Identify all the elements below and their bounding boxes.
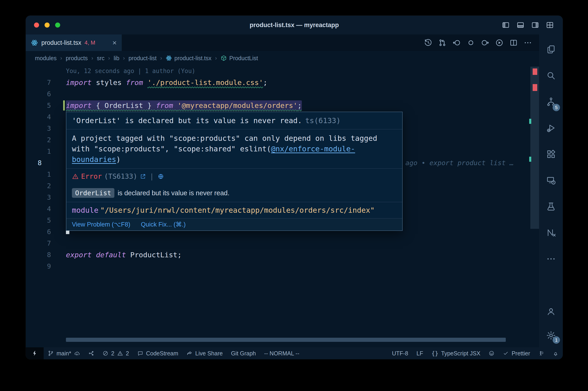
- status-vim-mode[interactable]: -- NORMAL --: [260, 347, 303, 359]
- status-copilot[interactable]: [484, 347, 499, 359]
- code-text[interactable]: import { OrderList } from '@myreactapp/m…: [60, 101, 302, 109]
- minimize-window-button[interactable]: [45, 22, 50, 28]
- activity-remote-explorer[interactable]: [539, 167, 563, 194]
- token: styles: [92, 78, 126, 87]
- breadcrumb: modules›products›src›lib›product-list›pr…: [26, 51, 539, 65]
- view-problem-link[interactable]: View Problem (⌥F8): [72, 221, 130, 228]
- activity-settings[interactable]: 1: [539, 323, 563, 347]
- line-number[interactable]: 6: [26, 228, 60, 236]
- breadcrumb-product-list[interactable]: product-list: [128, 55, 157, 62]
- horizontal-scrollbar[interactable]: [66, 338, 506, 342]
- status-eol[interactable]: LF: [412, 347, 427, 359]
- status-git-graph[interactable]: Git Graph: [227, 347, 260, 359]
- status-notifications[interactable]: [549, 347, 563, 359]
- status-remote-indicator[interactable]: [26, 347, 44, 359]
- symbol-chip: OrderList: [72, 188, 114, 198]
- line-number[interactable]: 8: [26, 251, 60, 259]
- line-number[interactable]: 4: [26, 205, 60, 213]
- activity-search[interactable]: [539, 63, 563, 89]
- vscode-window: product-list.tsx — myreactapp product-li…: [26, 16, 563, 359]
- activity-run-and-debug[interactable]: [539, 115, 563, 141]
- line-number[interactable]: 1: [26, 171, 60, 178]
- breadcrumb-productlist[interactable]: ProductList: [221, 55, 258, 62]
- breadcrumb-products[interactable]: products: [66, 55, 88, 62]
- status-live-share[interactable]: Live Share: [182, 347, 227, 359]
- line-number[interactable]: 2: [26, 136, 60, 144]
- line-number[interactable]: 1: [26, 147, 60, 155]
- line-number[interactable]: 5: [26, 101, 60, 109]
- code-text[interactable]: You, 12 seconds ago | 1 author (You): [60, 68, 195, 74]
- status-bar-left: main*22CodeStreamLive ShareGit Graph-- N…: [26, 347, 303, 359]
- breadcrumb-modules[interactable]: modules: [35, 55, 57, 62]
- token: './product-list.module.css': [148, 78, 263, 87]
- breadcrumb-product-list-tsx[interactable]: product-list.tsx: [166, 55, 211, 62]
- status-codestream[interactable]: CodeStream: [133, 347, 182, 359]
- timeline-icon[interactable]: [424, 38, 432, 47]
- toggle-primary-sidebar-icon[interactable]: [502, 21, 510, 29]
- activity-testing[interactable]: [539, 194, 563, 220]
- more-actions-icon[interactable]: [523, 38, 532, 47]
- split-editor-icon[interactable]: [509, 38, 518, 47]
- zoom-window-button[interactable]: [55, 22, 60, 28]
- check-icon: [503, 350, 509, 356]
- breadcrumb-lib[interactable]: lib: [114, 55, 119, 62]
- diagnostic-row: 'OrderList' is declared but its value is…: [66, 112, 402, 129]
- react-icon: [166, 55, 172, 61]
- navigate-back-icon[interactable]: [452, 38, 461, 47]
- token: default: [96, 251, 126, 259]
- bell-icon: [553, 350, 559, 356]
- tab-badge: 4, M: [84, 39, 95, 46]
- editor-actions: [424, 34, 539, 51]
- status-accessibility[interactable]: [534, 347, 549, 359]
- close-tab-icon[interactable]: ×: [112, 39, 117, 46]
- line-number[interactable]: 6: [26, 90, 60, 98]
- line-number[interactable]: 5: [26, 216, 60, 224]
- hover-resize-grip[interactable]: [66, 231, 69, 234]
- navigate-circle-icon[interactable]: [467, 38, 475, 47]
- line-number[interactable]: 3: [26, 124, 60, 132]
- code-editor[interactable]: You, 12 seconds ago | 1 author (You)7imp…: [26, 65, 539, 347]
- current-line-number[interactable]: 8: [26, 159, 60, 167]
- open-external-icon[interactable]: [140, 173, 146, 180]
- error-detail-row: OrderList is declared but its value is n…: [66, 184, 402, 202]
- line-number[interactable]: 2: [26, 182, 60, 190]
- activity-explorer[interactable]: [539, 36, 563, 63]
- run-file-icon[interactable]: [495, 38, 504, 47]
- code-line: 6: [26, 88, 539, 100]
- breadcrumb-src[interactable]: src: [97, 55, 104, 62]
- inline-blame: ago • export product list …: [405, 157, 513, 169]
- status-git-branch[interactable]: main*: [44, 347, 84, 359]
- line-number[interactable]: 9: [26, 262, 60, 270]
- navigate-forward-icon[interactable]: [481, 38, 490, 47]
- status-encoding[interactable]: UTF-8: [388, 347, 412, 359]
- breadcrumb-label: product-list.tsx: [174, 55, 211, 62]
- globe-icon[interactable]: [158, 173, 164, 180]
- activity-additional-views[interactable]: [539, 246, 563, 272]
- quick-fix-link[interactable]: Quick Fix... (⌘.): [141, 221, 186, 228]
- customize-layout-icon[interactable]: [546, 21, 554, 29]
- activity-accounts[interactable]: [539, 299, 563, 323]
- error-label: Error: [81, 172, 102, 180]
- line-number[interactable]: 7: [26, 79, 60, 86]
- status-commit-graph[interactable]: [84, 347, 98, 359]
- line-number[interactable]: 4: [26, 113, 60, 121]
- code-text[interactable]: export default ProductList;: [60, 251, 182, 259]
- git-actions-icon[interactable]: [438, 38, 447, 47]
- chip-message: is declared but its value is never read.: [118, 189, 230, 197]
- status-problems[interactable]: 22: [98, 347, 133, 359]
- titlebar: product-list.tsx — myreactapp: [26, 16, 563, 34]
- status-language-mode[interactable]: {}TypeScript JSX: [427, 347, 484, 359]
- activity-extensions[interactable]: [539, 141, 563, 167]
- activity-nx-console[interactable]: [539, 220, 563, 246]
- close-window-button[interactable]: [34, 22, 39, 28]
- line-number[interactable]: 7: [26, 239, 60, 247]
- activity-source-control[interactable]: 5: [539, 89, 563, 115]
- code-line: 5import { OrderList } from '@myreactapp/…: [26, 100, 539, 111]
- toggle-panel-icon[interactable]: [516, 21, 525, 29]
- status-formatter[interactable]: Prettier: [499, 347, 534, 359]
- activity-bar: 51: [539, 34, 563, 347]
- line-number[interactable]: 3: [26, 194, 60, 201]
- tab-product-list[interactable]: product-list.tsx 4, M ×: [26, 34, 122, 51]
- code-text[interactable]: import styles from './product-list.modul…: [60, 78, 267, 87]
- toggle-secondary-sidebar-icon[interactable]: [531, 21, 539, 29]
